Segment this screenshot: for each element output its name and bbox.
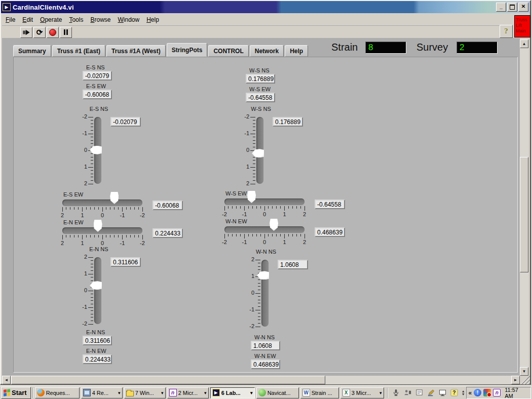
title-bar[interactable]: ▶ CardinalClientv4.vi _ ✕ <box>1 1 530 13</box>
scroll-down-icon[interactable]: ▼ <box>520 367 528 376</box>
taskbar-button-word[interactable]: WStrain ... <box>300 387 339 398</box>
abort-button[interactable] <box>47 27 59 38</box>
close-button[interactable]: ✕ <box>518 3 528 12</box>
menu-edit[interactable]: Edit <box>19 15 36 24</box>
slider-track[interactable] <box>62 227 142 234</box>
notepad-icon[interactable] <box>415 388 424 397</box>
monitor-icon[interactable] <box>438 388 447 397</box>
minor-tick <box>66 207 66 210</box>
major-tick <box>250 117 255 117</box>
tray-alert-icon[interactable]: ! <box>474 389 481 396</box>
dropdown-caret-icon[interactable]: ▾ <box>250 390 253 395</box>
tray-collapse-chevron-icon[interactable]: « <box>469 389 472 396</box>
start-button[interactable]: Start <box>1 387 31 399</box>
indicator-label: W-N EW <box>251 353 280 360</box>
horizontal-scroll-thumb[interactable] <box>11 376 325 384</box>
microphone-icon[interactable] <box>392 388 400 397</box>
dropdown-caret-icon[interactable]: ▾ <box>161 390 164 395</box>
tab-summary[interactable]: Summary <box>13 45 51 57</box>
dropdown-caret-icon[interactable]: ▾ <box>204 390 207 395</box>
scroll-right-icon[interactable]: ► <box>511 376 520 384</box>
speech-icon[interactable] <box>403 388 412 397</box>
minor-tick <box>106 207 106 210</box>
slider-track[interactable] <box>261 260 269 327</box>
pause-button[interactable] <box>60 27 72 38</box>
major-tick <box>122 235 123 240</box>
vertical-scrollbar[interactable]: ▲ ▼ <box>520 39 528 376</box>
run-button[interactable] <box>20 27 32 38</box>
context-help-button[interactable]: ? <box>500 25 513 38</box>
menu-operate[interactable]: Operate <box>36 15 65 24</box>
minor-tick <box>91 143 93 144</box>
minor-tick <box>91 177 93 177</box>
slider-track[interactable] <box>224 226 305 233</box>
slider-track[interactable] <box>224 198 305 205</box>
window-resize-grip[interactable] <box>520 376 530 384</box>
taskbar-button-excel[interactable]: X3 Micr...▾ <box>340 387 384 398</box>
taskbar-button-onenote[interactable]: n2 Micr...▾ <box>167 387 209 398</box>
scale-label: -1 <box>118 212 128 218</box>
slider-digital-display: 0.468639 <box>315 227 345 237</box>
menu-window[interactable]: Window <box>114 15 143 24</box>
tab-network[interactable]: Network <box>250 45 284 57</box>
dropdown-caret-icon[interactable]: ▾ <box>118 390 121 395</box>
pen-icon[interactable] <box>427 388 435 397</box>
slider-es-ew: E-S EW210-1-2-0.60068 <box>57 191 185 220</box>
menu-file[interactable]: File <box>2 15 19 24</box>
minor-tick <box>253 174 255 174</box>
scale-label: -1 <box>240 211 250 217</box>
minor-tick <box>268 234 269 236</box>
minor-tick <box>130 235 131 237</box>
minor-tick <box>74 235 74 237</box>
slider-track[interactable] <box>94 257 101 324</box>
indicator-label: E-N EW <box>83 348 112 354</box>
taskbar-button-labview[interactable]: ▶6 Lab...▾ <box>210 387 255 398</box>
slider-digital-display: 0.176889 <box>273 117 303 127</box>
tab-truss-1-east-[interactable]: Truss #1 (East) <box>52 45 105 57</box>
menu-tools[interactable]: Tools <box>65 15 87 24</box>
menu-help[interactable]: Help <box>143 15 163 24</box>
major-tick <box>88 324 93 325</box>
minimize-button[interactable]: _ <box>496 3 506 12</box>
major-tick <box>255 260 260 260</box>
navicat-icon <box>258 389 266 396</box>
taskbar-button-remote[interactable]: 4 Re...▾ <box>81 387 123 398</box>
tab-truss-1a-west-[interactable]: Truss #1A (West) <box>106 45 166 57</box>
scroll-up-icon[interactable]: ▲ <box>520 39 528 48</box>
tray-onenote-icon[interactable]: n <box>493 389 501 396</box>
scroll-left-icon[interactable]: ◄ <box>2 376 11 384</box>
minor-tick <box>253 124 255 124</box>
task-label: 7 Win... <box>135 390 154 396</box>
continuous-run-button[interactable]: ⟳ <box>33 27 46 38</box>
taskbar-button-navicat[interactable]: Navicat... <box>256 387 299 398</box>
taskband-handle-icon[interactable]: ▲▼ <box>462 390 465 396</box>
slider-thumb[interactable] <box>90 281 102 290</box>
slider-track[interactable] <box>62 200 142 206</box>
minor-tick <box>94 235 95 237</box>
scale-label: 2 <box>57 212 67 218</box>
tab-stringpots[interactable]: StringPots <box>167 43 208 57</box>
minor-tick <box>253 160 255 161</box>
minor-tick <box>258 280 260 280</box>
tab-help[interactable]: Help <box>285 45 308 57</box>
horizontal-scrollbar[interactable]: ◄ ► <box>2 376 520 384</box>
minor-tick <box>94 207 95 210</box>
dropdown-caret-icon[interactable]: ▾ <box>379 390 382 395</box>
note-line: Main <box>516 28 530 34</box>
menu-browse[interactable]: Browse <box>87 15 114 24</box>
taskbar-button-folder[interactable]: 7 Win...▾ <box>124 387 166 398</box>
maximize-button[interactable] <box>507 3 517 12</box>
scale-label: 2 <box>80 254 87 260</box>
tab-control[interactable]: CONTROL <box>208 45 248 57</box>
taskbar-button-firefox[interactable]: Reques... <box>35 387 80 398</box>
language-bar: ? <box>392 388 459 397</box>
major-tick <box>102 235 103 240</box>
help-icon[interactable]: ? <box>450 388 459 397</box>
major-tick <box>255 327 260 327</box>
vertical-scroll-thumb[interactable] <box>520 157 528 272</box>
major-tick <box>224 234 225 238</box>
scale-label: 0 <box>80 287 87 293</box>
slider-digital-display: -0.60068 <box>153 201 183 210</box>
tray-msn-icon[interactable] <box>483 389 491 396</box>
numeric-indicator: -0.02079 <box>83 71 112 81</box>
